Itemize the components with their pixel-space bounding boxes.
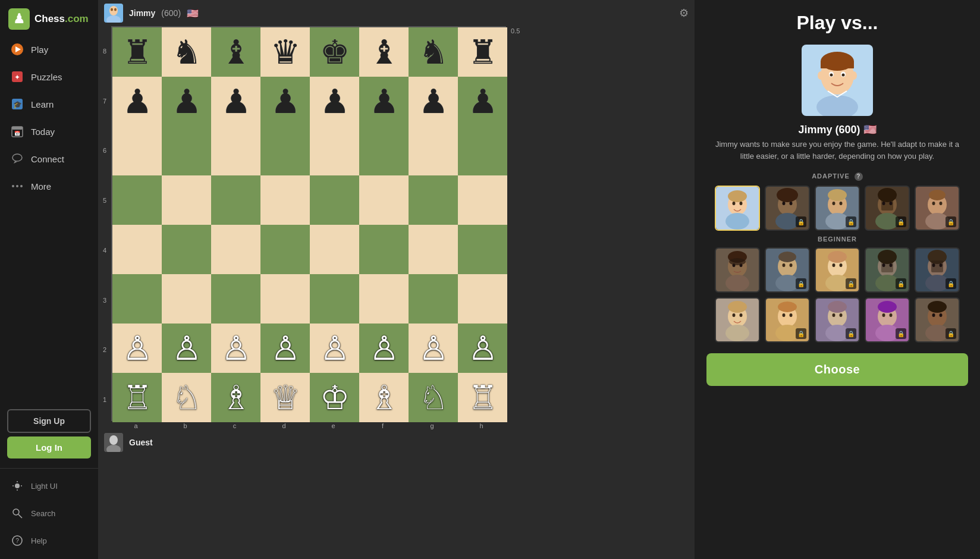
square-e1[interactable]: ♔ — [310, 373, 359, 422]
square-f5[interactable] — [359, 175, 409, 225]
square-a6[interactable] — [112, 126, 162, 175]
square-h1[interactable]: ♖ — [458, 373, 507, 422]
sidebar-item-puzzles[interactable]: ✦ Puzzles — [0, 63, 98, 90]
square-f2[interactable]: ♙ — [359, 324, 409, 373]
avatar-beg9[interactable]: 🔒 — [865, 297, 910, 343]
avatar-beg4[interactable]: 🔒 — [865, 247, 910, 293]
square-d8[interactable]: ♛ — [260, 27, 310, 77]
square-g5[interactable] — [409, 175, 458, 225]
square-a7[interactable]: ♟ — [112, 77, 162, 126]
square-f3[interactable] — [359, 274, 409, 324]
square-g8[interactable]: ♞ — [409, 27, 458, 77]
square-f8[interactable]: ♝ — [359, 27, 409, 77]
square-h5[interactable] — [458, 175, 507, 225]
square-d6[interactable] — [260, 126, 310, 175]
square-e5[interactable] — [310, 175, 359, 225]
square-b3[interactable] — [162, 274, 211, 324]
square-e8[interactable]: ♚ — [310, 27, 359, 77]
square-a2[interactable]: ♙ — [112, 324, 162, 373]
beginner-avatar-grid-row1: 🔒 🔒 🔒 — [715, 247, 960, 293]
square-d7[interactable]: ♟ — [260, 77, 310, 126]
square-f1[interactable]: ♗ — [359, 373, 409, 422]
avatar-ada4[interactable]: 🔒 — [865, 186, 910, 231]
sidebar-item-lightui[interactable]: Light UI — [0, 472, 98, 500]
square-c7[interactable]: ♟ — [211, 77, 260, 126]
avatar-beg3[interactable]: 🔒 — [815, 247, 860, 293]
sidebar-item-more[interactable]: More — [0, 172, 98, 200]
avatar-beg8[interactable]: 🔒 — [815, 297, 860, 343]
sidebar-item-play[interactable]: Play — [0, 36, 98, 63]
square-a1[interactable]: ♖ — [112, 373, 162, 422]
square-d2[interactable]: ♙ — [260, 324, 310, 373]
avatar-ada5[interactable]: 🔒 — [915, 186, 960, 231]
square-d3[interactable] — [260, 274, 310, 324]
avatar-beg7[interactable]: 🔒 — [765, 297, 810, 343]
square-a5[interactable] — [112, 175, 162, 225]
square-d1[interactable]: ♕ — [260, 373, 310, 422]
login-button[interactable]: Log In — [7, 436, 91, 458]
avatar-ada3[interactable]: 🔒 — [815, 186, 860, 231]
square-c1[interactable]: ♗ — [211, 373, 260, 422]
square-h6[interactable] — [458, 126, 507, 175]
top-player-bar: Jimmy (600) 🇺🇸 ⚙ — [98, 0, 695, 26]
sidebar-item-help[interactable]: ? Help — [0, 527, 98, 554]
avatar-jimmy[interactable] — [715, 186, 760, 231]
choose-button[interactable]: Choose — [706, 353, 968, 386]
square-g6[interactable] — [409, 126, 458, 175]
svg-point-49 — [777, 188, 798, 202]
square-f6[interactable] — [359, 126, 409, 175]
avatar-beg10[interactable]: 🔒 — [915, 297, 960, 343]
square-g4[interactable] — [409, 225, 458, 274]
avatar-beg5[interactable]: 🔒 — [915, 247, 960, 293]
sidebar-item-connect[interactable]: Connect — [0, 145, 98, 172]
adaptive-help-icon[interactable]: ? — [855, 172, 863, 181]
avatar-beg6[interactable] — [715, 297, 760, 343]
sidebar-item-today[interactable]: 📅 Today — [0, 118, 98, 145]
square-f7[interactable]: ♟ — [359, 77, 409, 126]
square-e2[interactable]: ♙ — [310, 324, 359, 373]
square-c8[interactable]: ♝ — [211, 27, 260, 77]
square-h3[interactable] — [458, 274, 507, 324]
square-g2[interactable]: ♙ — [409, 324, 458, 373]
settings-button[interactable]: ⚙ — [679, 7, 689, 20]
square-c4[interactable] — [211, 225, 260, 274]
square-e6[interactable] — [310, 126, 359, 175]
logo[interactable]: ♟ Chess.com — [0, 0, 98, 36]
sidebar-item-learn[interactable]: 🎓 Learn — [0, 90, 98, 118]
square-b5[interactable] — [162, 175, 211, 225]
chessboard[interactable]: ♜ ♞ ♝ ♛ ♚ ♝ ♞ ♜ ♟ ♟ ♟ ♟ ♟ ♟ ♟ ♟ — [111, 26, 506, 421]
square-g1[interactable]: ♘ — [409, 373, 458, 422]
bottom-player-name: Guest — [129, 438, 153, 447]
square-d5[interactable] — [260, 175, 310, 225]
square-c2[interactable]: ♙ — [211, 324, 260, 373]
square-b2[interactable]: ♙ — [162, 324, 211, 373]
square-a4[interactable] — [112, 225, 162, 274]
square-a8[interactable]: ♜ — [112, 27, 162, 77]
square-g3[interactable] — [409, 274, 458, 324]
square-c6[interactable] — [211, 126, 260, 175]
square-h2[interactable]: ♙ — [458, 324, 507, 373]
square-b4[interactable] — [162, 225, 211, 274]
square-h4[interactable] — [458, 225, 507, 274]
square-e7[interactable]: ♟ — [310, 77, 359, 126]
sidebar-item-search[interactable]: Search — [0, 500, 98, 527]
square-d4[interactable] — [260, 225, 310, 274]
square-g7[interactable]: ♟ — [409, 77, 458, 126]
avatar-beg1[interactable] — [715, 247, 760, 293]
avatar-beg2[interactable]: 🔒 — [765, 247, 810, 293]
square-a3[interactable] — [112, 274, 162, 324]
square-b8[interactable]: ♞ — [162, 27, 211, 77]
square-f4[interactable] — [359, 225, 409, 274]
square-b6[interactable] — [162, 126, 211, 175]
avatar-ada2[interactable]: 🔒 — [765, 186, 810, 231]
square-c3[interactable] — [211, 274, 260, 324]
square-e3[interactable] — [310, 274, 359, 324]
svg-point-46 — [725, 213, 749, 230]
signup-button[interactable]: Sign Up — [7, 409, 91, 433]
square-h8[interactable]: ♜ — [458, 27, 507, 77]
square-c5[interactable] — [211, 175, 260, 225]
square-h7[interactable]: ♟ — [458, 77, 507, 126]
square-e4[interactable] — [310, 225, 359, 274]
square-b1[interactable]: ♘ — [162, 373, 211, 422]
square-b7[interactable]: ♟ — [162, 77, 211, 126]
